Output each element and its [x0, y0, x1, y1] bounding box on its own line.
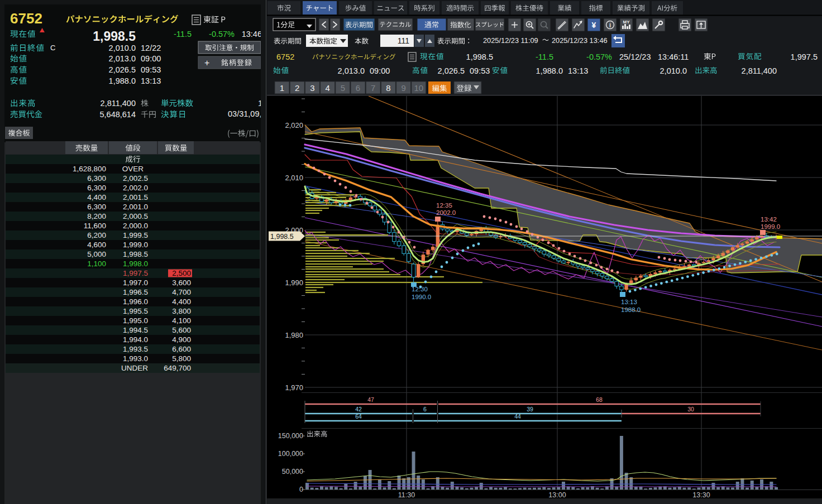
svg-text:13:13: 13:13	[141, 76, 161, 85]
svg-text:1,995.5: 1,995.5	[123, 307, 148, 315]
svg-text:68: 68	[596, 396, 603, 403]
svg-text:13:46:11: 13:46:11	[658, 52, 689, 61]
svg-text:64: 64	[355, 413, 362, 420]
svg-text:1,997.5: 1,997.5	[791, 52, 818, 61]
svg-text:UNDER: UNDER	[121, 364, 148, 372]
svg-text:13:13: 13:13	[621, 299, 637, 305]
svg-text:6,300: 6,300	[87, 184, 106, 192]
svg-text:1,994.5: 1,994.5	[123, 326, 148, 334]
svg-text:09:00: 09:00	[370, 66, 390, 75]
svg-text:2,026.5: 2,026.5	[109, 65, 136, 74]
svg-text:3: 3	[310, 83, 314, 93]
svg-text:2,013.0: 2,013.0	[338, 66, 365, 75]
svg-text:2025/12/23 13:46: 2025/12/23 13:46	[552, 36, 608, 45]
svg-text:12:35: 12:35	[436, 202, 452, 209]
svg-text:13:13: 13:13	[568, 66, 588, 75]
svg-text:1,100: 1,100	[87, 260, 106, 268]
svg-text:i: i	[609, 22, 611, 28]
svg-text:2,001.5: 2,001.5	[123, 193, 148, 201]
svg-text:5,600: 5,600	[172, 326, 191, 334]
svg-text:47: 47	[367, 396, 374, 403]
svg-text:649,700: 649,700	[164, 364, 191, 372]
svg-text:1,970: 1,970	[285, 383, 303, 392]
svg-text:2,811,400: 2,811,400	[101, 99, 136, 108]
svg-text:-0.57%: -0.57%	[586, 52, 612, 61]
svg-text:8,200: 8,200	[87, 212, 106, 220]
svg-text:2025/12/23 11:09: 2025/12/23 11:09	[483, 36, 538, 45]
svg-text:09:00: 09:00	[141, 54, 161, 63]
svg-text:111: 111	[398, 36, 409, 45]
svg-text:1,998.0: 1,998.0	[123, 260, 148, 268]
svg-text:1,999.5: 1,999.5	[123, 231, 148, 239]
svg-text:2,000.5: 2,000.5	[123, 212, 148, 220]
svg-text:11:30: 11:30	[398, 491, 415, 499]
svg-text:4,600: 4,600	[87, 241, 106, 249]
svg-text:13:30: 13:30	[692, 491, 710, 499]
svg-text:1990.0: 1990.0	[412, 294, 431, 300]
svg-text:1,988.0: 1,988.0	[109, 76, 136, 85]
svg-text:¥: ¥	[592, 21, 596, 30]
svg-text:30: 30	[687, 406, 694, 412]
svg-text:03/31,09,: 03/31,09,	[228, 109, 261, 118]
svg-text:1,980: 1,980	[285, 331, 303, 339]
svg-text:2,010.0: 2,010.0	[109, 44, 136, 52]
svg-text:1,993.5: 1,993.5	[123, 345, 148, 353]
svg-text:13:00: 13:00	[548, 491, 566, 499]
svg-text:1: 1	[280, 83, 284, 93]
svg-text:4,700: 4,700	[172, 288, 191, 296]
svg-text:42: 42	[355, 406, 362, 412]
svg-text:2,010.0: 2,010.0	[660, 66, 687, 75]
svg-text:09:53: 09:53	[141, 65, 161, 74]
svg-text:1,998.5: 1,998.5	[93, 29, 136, 44]
svg-text:4,100: 4,100	[172, 316, 191, 325]
svg-text:C: C	[50, 44, 55, 52]
svg-text:1,999.0: 1,999.0	[123, 241, 148, 249]
svg-text:13:42: 13:42	[761, 216, 777, 223]
svg-text:2,020: 2,020	[285, 121, 303, 129]
svg-text:+: +	[204, 58, 209, 68]
svg-text:1999.0: 1999.0	[761, 223, 780, 230]
svg-text:2,001.0: 2,001.0	[123, 203, 148, 211]
svg-text:4,400: 4,400	[172, 297, 191, 306]
svg-text:-11.5: -11.5	[536, 52, 553, 61]
svg-text:150,000: 150,000	[278, 432, 303, 440]
svg-text:39: 39	[527, 406, 533, 412]
svg-text:6752: 6752	[10, 10, 42, 27]
svg-text:100,000: 100,000	[278, 450, 303, 458]
svg-text:6,600: 6,600	[172, 345, 191, 353]
svg-text:2,811,400: 2,811,400	[742, 66, 777, 75]
svg-text:1,996.0: 1,996.0	[123, 297, 148, 306]
svg-text:9: 9	[401, 83, 405, 93]
svg-text:2,500: 2,500	[172, 269, 191, 277]
svg-text:6,300: 6,300	[87, 203, 106, 211]
svg-text:2,002.0: 2,002.0	[123, 184, 148, 192]
svg-text:MY: MY	[623, 20, 630, 25]
svg-text:2,013.0: 2,013.0	[109, 54, 136, 63]
svg-text:13:46: 13:46	[242, 30, 262, 39]
svg-text:1,996.5: 1,996.5	[123, 288, 148, 296]
svg-text:1,998.5: 1,998.5	[123, 250, 148, 258]
svg-text:3,800: 3,800	[172, 307, 191, 315]
svg-text:6: 6	[356, 83, 360, 93]
svg-text:3,600: 3,600	[172, 279, 191, 287]
svg-text:5,000: 5,000	[87, 250, 106, 258]
svg-text:09:53: 09:53	[470, 66, 490, 75]
svg-text:2,002.5: 2,002.5	[123, 174, 148, 183]
svg-text:-11.5: -11.5	[174, 30, 192, 39]
svg-text:6: 6	[423, 406, 427, 412]
svg-text:44: 44	[514, 413, 521, 420]
svg-text:5,800: 5,800	[172, 354, 191, 363]
svg-text:1,997.0: 1,997.0	[123, 279, 148, 287]
svg-text:12:30: 12:30	[412, 286, 428, 292]
svg-text:2002.0: 2002.0	[436, 209, 456, 216]
svg-text:2: 2	[295, 83, 299, 93]
svg-text:10: 10	[414, 83, 423, 93]
svg-text:4,400: 4,400	[87, 193, 106, 201]
svg-text:1,998.5: 1,998.5	[270, 233, 294, 241]
svg-text:25/12/23: 25/12/23	[619, 52, 651, 61]
svg-text:1,997.5: 1,997.5	[123, 269, 148, 277]
svg-text:-0.57%: -0.57%	[209, 30, 235, 39]
svg-text:50,000: 50,000	[282, 468, 303, 476]
svg-text:1,988.0: 1,988.0	[536, 66, 563, 75]
svg-text:1,628,800: 1,628,800	[73, 165, 106, 173]
